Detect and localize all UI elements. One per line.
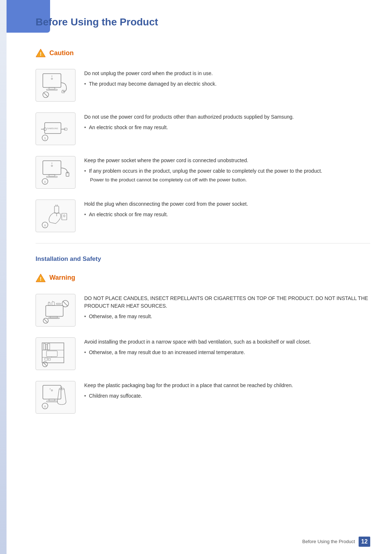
caution-1-bullet: The product may become damaged by an ele… [84, 80, 370, 88]
warning-3-bullet: Children may suffocate. [84, 392, 370, 400]
caution-item-1: Do not unplug the power cord when the pr… [36, 69, 370, 102]
warning-item-1: DO NOT PLACE CANDLES, INSECT REPELLANTS … [36, 294, 370, 327]
svg-text:!: ! [40, 51, 42, 57]
caution-text-3: Keep the power socket where the power co… [84, 156, 370, 184]
caution-2-main: Do not use the power cord for products o… [84, 113, 370, 121]
svg-rect-64 [43, 385, 61, 399]
caution-section-label: ! Caution [36, 48, 370, 58]
svg-rect-40 [46, 305, 63, 316]
svg-rect-56 [46, 344, 47, 350]
svg-rect-58 [46, 351, 57, 357]
warning-item-2: Avoid installing the product in a narrow… [36, 337, 370, 370]
svg-rect-42 [48, 318, 60, 319]
install-heading: Installation and Safety [36, 254, 370, 264]
caution-item-2: SAMSUNG 1 Do not use the power cord for … [36, 112, 370, 145]
svg-rect-61 [48, 358, 50, 360]
svg-rect-43 [48, 303, 50, 305]
svg-rect-57 [48, 344, 50, 350]
left-accent-bar [0, 0, 7, 554]
svg-rect-47 [56, 303, 61, 304]
svg-text:0: 0 [44, 180, 46, 184]
svg-rect-68 [46, 401, 57, 402]
caution-image-2: SAMSUNG 1 [36, 112, 75, 145]
svg-rect-34 [62, 213, 67, 220]
svg-rect-45 [52, 302, 54, 305]
caution-3-subtext: Power to the product cannot be completel… [90, 176, 370, 184]
page-title: Before Using the Product [36, 11, 370, 30]
warning-item-3: 0 Keep the plastic packaging bag for the… [36, 381, 370, 414]
warning-image-3: 0 [36, 381, 75, 414]
warning-section-label: ! Warning [36, 273, 370, 283]
footer-label: Before Using the Product [302, 538, 355, 545]
warning-2-bullet: Otherwise, a fire may result due to an i… [84, 349, 370, 356]
svg-rect-60 [45, 358, 48, 360]
warning-3-main: Keep the plastic packaging bag for the p… [84, 382, 370, 389]
svg-rect-55 [44, 344, 45, 350]
caution-label: Caution [49, 48, 74, 58]
caution-image-1 [36, 69, 75, 102]
warning-1-bullet: Otherwise, a fire may result. [84, 313, 370, 320]
warning-text-2: Avoid installing the product in a narrow… [84, 337, 370, 358]
svg-text:0: 0 [44, 405, 46, 408]
warning-label: Warning [49, 273, 75, 283]
svg-point-35 [64, 215, 65, 217]
svg-line-51 [44, 319, 48, 323]
section-divider [36, 243, 370, 243]
caution-text-1: Do not unplug the power cord when the pr… [84, 69, 370, 89]
warning-icon: ! [36, 273, 46, 283]
caution-image-4: 0 [36, 200, 75, 232]
svg-point-66 [51, 390, 53, 391]
svg-text:!: ! [40, 276, 42, 282]
caution-item-4: 0 Hold the plug when disconnecting the p… [36, 200, 370, 232]
caution-4-bullet: An electric shock or fire may result. [84, 211, 370, 218]
svg-point-21 [51, 165, 53, 167]
caution-4-main: Hold the plug when disconnecting the pow… [84, 200, 370, 208]
svg-rect-30 [54, 206, 59, 213]
caution-text-2: Do not use the power cord for products o… [84, 112, 370, 133]
warning-text-1: DO NOT PLACE CANDLES, INSECT REPELLANTS … [84, 294, 370, 322]
warning-text-3: Keep the plastic packaging bag for the p… [84, 381, 370, 401]
caution-1-main: Do not unplug the power cord when the pr… [84, 70, 370, 77]
warning-image-2 [36, 337, 75, 370]
page-number: 12 [359, 537, 370, 547]
svg-line-49 [63, 301, 68, 306]
caution-image-3: 0 [36, 156, 75, 189]
svg-text:0: 0 [44, 224, 46, 227]
caution-icon: ! [36, 48, 46, 58]
caution-item-3: 0 Keep the power socket where the power … [36, 156, 370, 189]
svg-point-14 [44, 128, 46, 131]
svg-line-11 [44, 93, 48, 97]
svg-text:1: 1 [44, 136, 46, 140]
svg-text:SAMSUNG: SAMSUNG [47, 127, 58, 130]
svg-rect-24 [46, 176, 57, 177]
svg-rect-4 [46, 89, 57, 90]
svg-point-5 [51, 78, 53, 79]
page-footer: Before Using the Product 12 [302, 537, 370, 547]
caution-3-main: Keep the power socket where the power co… [84, 157, 370, 164]
caution-text-4: Hold the plug when disconnecting the pow… [84, 200, 370, 220]
warning-image-1 [36, 294, 75, 327]
caution-2-bullet: An electric shock or fire may result. [84, 124, 370, 131]
warning-2-main: Avoid installing the product in a narrow… [84, 338, 370, 346]
warning-1-main: DO NOT PLACE CANDLES, INSECT REPELLANTS … [84, 295, 370, 310]
caution-3-bullet: If any problem occurs in the product, un… [84, 167, 370, 175]
